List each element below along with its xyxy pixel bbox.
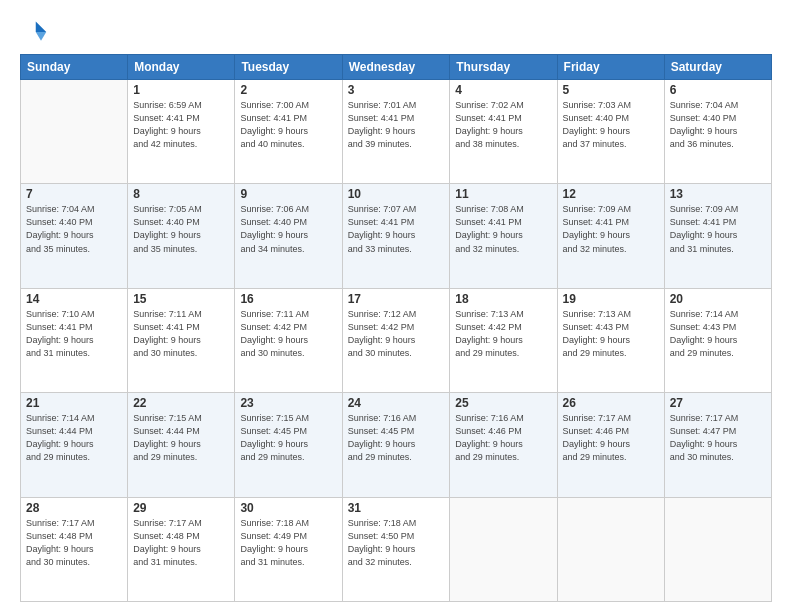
- day-number: 30: [240, 501, 336, 515]
- calendar-week-row: 7Sunrise: 7:04 AM Sunset: 4:40 PM Daylig…: [21, 184, 772, 288]
- day-info: Sunrise: 6:59 AM Sunset: 4:41 PM Dayligh…: [133, 99, 229, 151]
- day-number: 7: [26, 187, 122, 201]
- calendar-cell: 20Sunrise: 7:14 AM Sunset: 4:43 PM Dayli…: [664, 288, 771, 392]
- calendar-cell: [450, 497, 557, 601]
- day-header-saturday: Saturday: [664, 55, 771, 80]
- calendar-cell: 3Sunrise: 7:01 AM Sunset: 4:41 PM Daylig…: [342, 80, 450, 184]
- day-info: Sunrise: 7:17 AM Sunset: 4:48 PM Dayligh…: [26, 517, 122, 569]
- day-number: 3: [348, 83, 445, 97]
- day-info: Sunrise: 7:12 AM Sunset: 4:42 PM Dayligh…: [348, 308, 445, 360]
- day-number: 12: [563, 187, 659, 201]
- calendar-cell: 7Sunrise: 7:04 AM Sunset: 4:40 PM Daylig…: [21, 184, 128, 288]
- logo: [20, 18, 52, 46]
- day-number: 8: [133, 187, 229, 201]
- day-info: Sunrise: 7:04 AM Sunset: 4:40 PM Dayligh…: [670, 99, 766, 151]
- calendar-cell: 31Sunrise: 7:18 AM Sunset: 4:50 PM Dayli…: [342, 497, 450, 601]
- day-info: Sunrise: 7:01 AM Sunset: 4:41 PM Dayligh…: [348, 99, 445, 151]
- day-number: 23: [240, 396, 336, 410]
- day-number: 16: [240, 292, 336, 306]
- calendar-cell: 8Sunrise: 7:05 AM Sunset: 4:40 PM Daylig…: [128, 184, 235, 288]
- day-number: 2: [240, 83, 336, 97]
- day-info: Sunrise: 7:17 AM Sunset: 4:48 PM Dayligh…: [133, 517, 229, 569]
- day-info: Sunrise: 7:11 AM Sunset: 4:41 PM Dayligh…: [133, 308, 229, 360]
- day-info: Sunrise: 7:15 AM Sunset: 4:44 PM Dayligh…: [133, 412, 229, 464]
- day-info: Sunrise: 7:00 AM Sunset: 4:41 PM Dayligh…: [240, 99, 336, 151]
- calendar-cell: 1Sunrise: 6:59 AM Sunset: 4:41 PM Daylig…: [128, 80, 235, 184]
- day-number: 13: [670, 187, 766, 201]
- calendar-cell: 24Sunrise: 7:16 AM Sunset: 4:45 PM Dayli…: [342, 393, 450, 497]
- day-number: 15: [133, 292, 229, 306]
- day-number: 22: [133, 396, 229, 410]
- calendar-cell: 30Sunrise: 7:18 AM Sunset: 4:49 PM Dayli…: [235, 497, 342, 601]
- day-number: 27: [670, 396, 766, 410]
- day-number: 24: [348, 396, 445, 410]
- calendar-cell: 25Sunrise: 7:16 AM Sunset: 4:46 PM Dayli…: [450, 393, 557, 497]
- day-info: Sunrise: 7:18 AM Sunset: 4:50 PM Dayligh…: [348, 517, 445, 569]
- calendar-cell: 2Sunrise: 7:00 AM Sunset: 4:41 PM Daylig…: [235, 80, 342, 184]
- day-number: 21: [26, 396, 122, 410]
- day-number: 25: [455, 396, 551, 410]
- day-info: Sunrise: 7:02 AM Sunset: 4:41 PM Dayligh…: [455, 99, 551, 151]
- day-info: Sunrise: 7:14 AM Sunset: 4:43 PM Dayligh…: [670, 308, 766, 360]
- day-info: Sunrise: 7:09 AM Sunset: 4:41 PM Dayligh…: [670, 203, 766, 255]
- day-info: Sunrise: 7:06 AM Sunset: 4:40 PM Dayligh…: [240, 203, 336, 255]
- calendar-cell: 15Sunrise: 7:11 AM Sunset: 4:41 PM Dayli…: [128, 288, 235, 392]
- day-info: Sunrise: 7:05 AM Sunset: 4:40 PM Dayligh…: [133, 203, 229, 255]
- day-number: 14: [26, 292, 122, 306]
- calendar-cell: 14Sunrise: 7:10 AM Sunset: 4:41 PM Dayli…: [21, 288, 128, 392]
- day-number: 9: [240, 187, 336, 201]
- day-number: 5: [563, 83, 659, 97]
- calendar-cell: 10Sunrise: 7:07 AM Sunset: 4:41 PM Dayli…: [342, 184, 450, 288]
- calendar-cell: 26Sunrise: 7:17 AM Sunset: 4:46 PM Dayli…: [557, 393, 664, 497]
- day-info: Sunrise: 7:03 AM Sunset: 4:40 PM Dayligh…: [563, 99, 659, 151]
- calendar-week-row: 21Sunrise: 7:14 AM Sunset: 4:44 PM Dayli…: [21, 393, 772, 497]
- day-header-wednesday: Wednesday: [342, 55, 450, 80]
- svg-marker-1: [36, 32, 47, 41]
- calendar-cell: 28Sunrise: 7:17 AM Sunset: 4:48 PM Dayli…: [21, 497, 128, 601]
- day-number: 20: [670, 292, 766, 306]
- day-info: Sunrise: 7:16 AM Sunset: 4:45 PM Dayligh…: [348, 412, 445, 464]
- calendar-cell: 23Sunrise: 7:15 AM Sunset: 4:45 PM Dayli…: [235, 393, 342, 497]
- day-number: 1: [133, 83, 229, 97]
- day-number: 11: [455, 187, 551, 201]
- page: SundayMondayTuesdayWednesdayThursdayFrid…: [0, 0, 792, 612]
- day-info: Sunrise: 7:10 AM Sunset: 4:41 PM Dayligh…: [26, 308, 122, 360]
- day-info: Sunrise: 7:17 AM Sunset: 4:47 PM Dayligh…: [670, 412, 766, 464]
- calendar-cell: 4Sunrise: 7:02 AM Sunset: 4:41 PM Daylig…: [450, 80, 557, 184]
- day-info: Sunrise: 7:11 AM Sunset: 4:42 PM Dayligh…: [240, 308, 336, 360]
- calendar-cell: 27Sunrise: 7:17 AM Sunset: 4:47 PM Dayli…: [664, 393, 771, 497]
- calendar-cell: 16Sunrise: 7:11 AM Sunset: 4:42 PM Dayli…: [235, 288, 342, 392]
- day-number: 17: [348, 292, 445, 306]
- day-number: 4: [455, 83, 551, 97]
- calendar-header-row: SundayMondayTuesdayWednesdayThursdayFrid…: [21, 55, 772, 80]
- day-number: 29: [133, 501, 229, 515]
- header: [20, 18, 772, 46]
- day-info: Sunrise: 7:15 AM Sunset: 4:45 PM Dayligh…: [240, 412, 336, 464]
- day-info: Sunrise: 7:04 AM Sunset: 4:40 PM Dayligh…: [26, 203, 122, 255]
- calendar-cell: 21Sunrise: 7:14 AM Sunset: 4:44 PM Dayli…: [21, 393, 128, 497]
- calendar-cell: 9Sunrise: 7:06 AM Sunset: 4:40 PM Daylig…: [235, 184, 342, 288]
- calendar-cell: 18Sunrise: 7:13 AM Sunset: 4:42 PM Dayli…: [450, 288, 557, 392]
- day-number: 18: [455, 292, 551, 306]
- day-info: Sunrise: 7:17 AM Sunset: 4:46 PM Dayligh…: [563, 412, 659, 464]
- day-number: 19: [563, 292, 659, 306]
- day-info: Sunrise: 7:07 AM Sunset: 4:41 PM Dayligh…: [348, 203, 445, 255]
- day-info: Sunrise: 7:09 AM Sunset: 4:41 PM Dayligh…: [563, 203, 659, 255]
- calendar: SundayMondayTuesdayWednesdayThursdayFrid…: [20, 54, 772, 602]
- day-info: Sunrise: 7:13 AM Sunset: 4:42 PM Dayligh…: [455, 308, 551, 360]
- calendar-cell: [557, 497, 664, 601]
- logo-icon: [20, 18, 48, 46]
- day-header-tuesday: Tuesday: [235, 55, 342, 80]
- day-info: Sunrise: 7:13 AM Sunset: 4:43 PM Dayligh…: [563, 308, 659, 360]
- day-number: 31: [348, 501, 445, 515]
- calendar-cell: 29Sunrise: 7:17 AM Sunset: 4:48 PM Dayli…: [128, 497, 235, 601]
- calendar-cell: 12Sunrise: 7:09 AM Sunset: 4:41 PM Dayli…: [557, 184, 664, 288]
- day-header-friday: Friday: [557, 55, 664, 80]
- calendar-cell: 6Sunrise: 7:04 AM Sunset: 4:40 PM Daylig…: [664, 80, 771, 184]
- day-header-thursday: Thursday: [450, 55, 557, 80]
- day-info: Sunrise: 7:08 AM Sunset: 4:41 PM Dayligh…: [455, 203, 551, 255]
- calendar-week-row: 14Sunrise: 7:10 AM Sunset: 4:41 PM Dayli…: [21, 288, 772, 392]
- calendar-cell: 19Sunrise: 7:13 AM Sunset: 4:43 PM Dayli…: [557, 288, 664, 392]
- day-number: 26: [563, 396, 659, 410]
- day-header-sunday: Sunday: [21, 55, 128, 80]
